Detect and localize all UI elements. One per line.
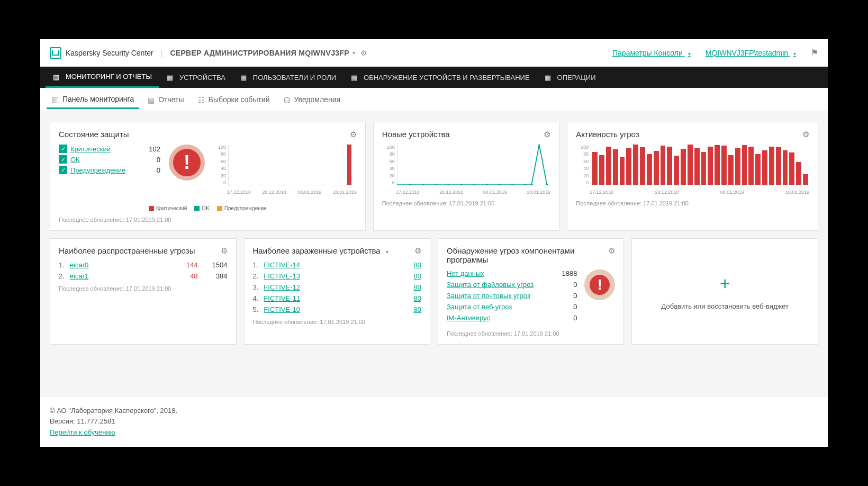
- tab-dashboard[interactable]: ▥Панель мониторинга: [47, 91, 139, 109]
- value-warning: 0: [139, 166, 160, 174]
- server-name[interactable]: СЕРВЕР АДМИНИСТРИРОВАНИЯ MQIWNVJ3FP: [170, 49, 349, 57]
- svg-point-4: [447, 184, 450, 185]
- devices-icon: ▦: [167, 74, 175, 81]
- nav-discovery[interactable]: ▦ОБНАРУЖЕНИЕ УСТРОЙСТВ И РАЗВЕРТЫВАНИЕ: [343, 67, 537, 88]
- widget-common-threats: Наиболее распространенные угрозы ⚙ 1.eic…: [50, 238, 237, 345]
- device-link[interactable]: FICTIVE-12: [264, 283, 300, 291]
- svg-point-10: [524, 184, 527, 185]
- widget-new-devices: Новые устройства ⚙ 100806040200 17.12.20…: [373, 122, 560, 231]
- svg-point-0: [397, 184, 399, 185]
- widget-title: Обнаружение угроз компонентами программы: [447, 246, 609, 264]
- component-link[interactable]: Нет данных: [447, 269, 556, 277]
- svg-point-7: [485, 184, 488, 185]
- device-link[interactable]: FICTIVE-11: [264, 294, 300, 302]
- svg-point-11: [530, 184, 533, 185]
- widget-title: Наиболее распространенные угрозы: [59, 246, 195, 255]
- widget-title: Активность угроз: [576, 130, 639, 139]
- list-item: 3.FICTIVE-1280: [253, 283, 421, 291]
- gear-icon[interactable]: ⚙: [360, 49, 367, 57]
- sub-nav: ▥Панель мониторинга ▤Отчеты ☷Выборки соб…: [40, 88, 828, 111]
- list-item: 4.FICTIVE-1180: [253, 294, 421, 302]
- console-params-link[interactable]: Параметры Консоли ▾: [612, 49, 691, 57]
- svg-point-2: [422, 184, 424, 185]
- widget-threat-activity: Активность угроз ⚙ 100806040200 17.12.20…: [567, 122, 818, 231]
- list-item: Нет данных1888: [447, 269, 577, 277]
- gear-icon[interactable]: ⚙: [802, 130, 809, 139]
- app-window: Kaspersky Security Center | СЕРВЕР АДМИН…: [40, 39, 828, 447]
- svg-point-3: [435, 184, 437, 185]
- list-item: 1.eicar01441504: [59, 261, 228, 269]
- list-item: IM-Антивирус0: [447, 314, 577, 322]
- list-item: Защита от почтовых угроз0: [447, 292, 577, 300]
- widget-protection-status: Состояние защиты ⚙ ✓Критический102 ✓ОК0 …: [50, 122, 366, 231]
- kaspersky-logo-icon: [50, 47, 61, 59]
- nav-operations[interactable]: ▦ОПЕРАЦИИ: [537, 67, 603, 88]
- device-link[interactable]: FICTIVE-13: [264, 272, 300, 280]
- link-ok[interactable]: ОК: [70, 156, 139, 164]
- dashboard-icon: ▥: [52, 95, 59, 103]
- header-bar: Kaspersky Security Center | СЕРВЕР АДМИН…: [40, 39, 828, 67]
- svg-point-6: [473, 184, 475, 185]
- link-critical[interactable]: Критический: [70, 145, 139, 153]
- svg-point-12: [538, 145, 540, 146]
- report-icon: ▤: [148, 96, 155, 103]
- gear-icon[interactable]: ⚙: [414, 246, 421, 256]
- list-item: 2.FICTIVE-1380: [253, 272, 421, 280]
- chevron-down-icon: ▾: [793, 51, 796, 57]
- flag-icon[interactable]: ⚑: [811, 48, 818, 58]
- tab-notifications[interactable]: ☊Уведомления: [278, 91, 346, 108]
- threat-link[interactable]: eicar1: [70, 272, 88, 280]
- copyright: © АО "Лаборатория Касперского", 2018.: [50, 406, 818, 417]
- alert-icon: !: [584, 269, 615, 300]
- last-updated: Последнее обновление: 17.01.2019 21:00: [59, 285, 228, 292]
- last-updated: Последнее обновление: 17.01.2019 21:00: [382, 200, 551, 206]
- last-updated: Последнее обновление: 17.01.2019 21:00: [576, 200, 809, 206]
- gear-icon[interactable]: ⚙: [350, 130, 357, 139]
- checkbox-critical[interactable]: ✓: [59, 145, 67, 153]
- value-critical: 102: [139, 145, 160, 153]
- add-widget-button[interactable]: + Добавить или восстановить веб-виджет: [631, 238, 818, 345]
- widget-title[interactable]: Наиболее зараженные устройства ▾: [253, 246, 388, 255]
- plus-icon: +: [720, 273, 730, 294]
- component-link[interactable]: Защита от файловых угроз: [447, 281, 556, 289]
- threat-link[interactable]: eicar0: [70, 261, 88, 269]
- dashboard-content: Состояние защиты ⚙ ✓Критический102 ✓ОК0 …: [40, 111, 828, 397]
- nav-monitoring[interactable]: ▦МОНИТОРИНГ И ОТЧЕТЫ: [46, 67, 159, 88]
- user-menu[interactable]: MQIWNVJ3FP\testadmin ▾: [706, 49, 796, 57]
- component-link[interactable]: Защита от веб-угроз: [447, 303, 556, 311]
- logo: Kaspersky Security Center: [50, 47, 153, 59]
- checkbox-ok[interactable]: ✓: [59, 155, 67, 164]
- add-widget-label: Добавить или восстановить веб-виджет: [661, 302, 789, 310]
- footer: © АО "Лаборатория Касперского", 2018. Ве…: [40, 397, 828, 447]
- training-link[interactable]: Перейти к обучению: [50, 428, 115, 436]
- link-warning[interactable]: Предупреждение: [70, 166, 139, 174]
- chevron-down-icon[interactable]: ▾: [352, 50, 355, 56]
- gear-icon[interactable]: ⚙: [544, 130, 550, 139]
- device-link[interactable]: FICTIVE-14: [264, 261, 300, 269]
- svg-point-1: [409, 184, 412, 185]
- svg-point-13: [546, 184, 548, 185]
- widget-infected-devices: Наиболее зараженные устройства ▾ ⚙ 1.FIC…: [244, 238, 430, 345]
- value-ok: 0: [139, 156, 160, 164]
- widget-title: Новые устройства: [382, 130, 450, 139]
- users-icon: ▦: [240, 74, 249, 81]
- chart-legend: Критический OK Предупреждение: [59, 205, 357, 211]
- chevron-down-icon: ▾: [386, 249, 388, 255]
- nav-devices[interactable]: ▦УСТРОЙСТВА: [159, 67, 233, 88]
- nav-users[interactable]: ▦ПОЛЬЗОВАТЕЛИ И РОЛИ: [233, 67, 343, 88]
- last-updated: Последнее обновление: 17.01.2019 21:00: [447, 330, 616, 337]
- last-updated: Последнее обновление: 17.01.2019 21:00: [253, 319, 421, 325]
- tab-reports[interactable]: ▤Отчеты: [142, 91, 189, 108]
- component-link[interactable]: IM-Антивирус: [447, 314, 556, 322]
- bell-icon: ☊: [284, 96, 291, 103]
- main-nav: ▦МОНИТОРИНГ И ОТЧЕТЫ ▦УСТРОЙСТВА ▦ПОЛЬЗО…: [40, 67, 828, 88]
- device-link[interactable]: FICTIVE-10: [264, 305, 300, 313]
- gear-icon[interactable]: ⚙: [608, 246, 615, 256]
- component-link[interactable]: Защита от почтовых угроз: [447, 292, 556, 300]
- checkbox-warning[interactable]: ✓: [59, 166, 67, 174]
- svg-point-9: [511, 184, 514, 185]
- tab-event-selections[interactable]: ☷Выборки событий: [193, 91, 275, 108]
- list-item: 2.eicar148384: [59, 272, 228, 280]
- product-name: Kaspersky Security Center: [66, 49, 153, 57]
- gear-icon[interactable]: ⚙: [221, 246, 228, 256]
